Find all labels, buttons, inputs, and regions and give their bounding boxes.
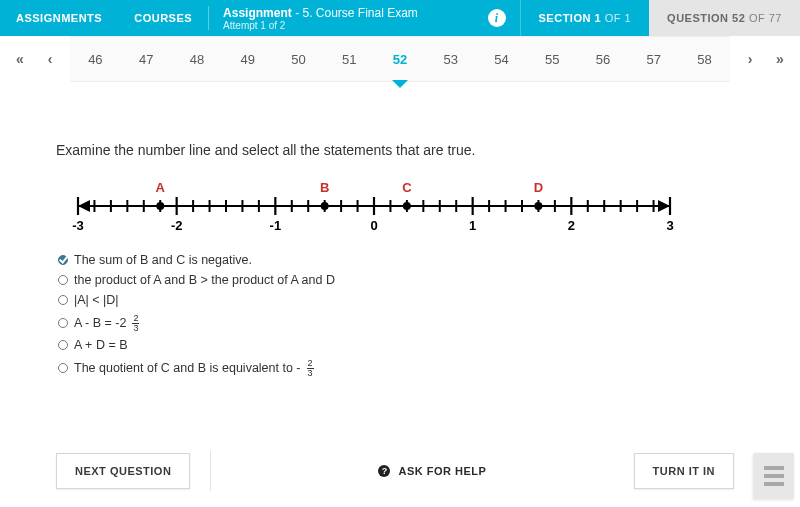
svg-point-47	[156, 202, 164, 210]
nav-courses[interactable]: COURSES	[118, 0, 208, 36]
answer-options: The sum of B and C is negative.the produ…	[58, 253, 744, 377]
answer-option-5[interactable]: A + D = B	[58, 338, 744, 352]
section-of: OF 1	[605, 12, 631, 24]
svg-text:-1: -1	[270, 218, 282, 233]
answer-option-2[interactable]: the product of A and B > the product of …	[58, 273, 744, 287]
question-number-55[interactable]: 55	[533, 52, 571, 67]
question-number-50[interactable]: 50	[279, 52, 317, 67]
svg-text:C: C	[402, 180, 412, 195]
svg-text:-3: -3	[72, 218, 84, 233]
question-number-52[interactable]: 52	[381, 52, 419, 67]
question-prompt: Examine the number line and select all t…	[56, 142, 744, 158]
radio-icon	[58, 363, 68, 373]
answer-option-text: the product of A and B > the product of …	[74, 273, 335, 287]
question-number-48[interactable]: 48	[178, 52, 216, 67]
menu-icon[interactable]	[754, 453, 794, 499]
question-number-53[interactable]: 53	[432, 52, 470, 67]
answer-option-6[interactable]: The quotient of C and B is equivalent to…	[58, 358, 744, 377]
svg-marker-1	[78, 200, 90, 212]
assignment-label: Assignment	[223, 6, 292, 20]
question-of: OF 77	[749, 12, 782, 24]
question-content: Examine the number line and select all t…	[0, 86, 800, 377]
answer-option-3[interactable]: |A| < |D|	[58, 293, 744, 307]
answer-option-text: A - B = -2	[74, 316, 126, 330]
nav-first-icon[interactable]: «	[8, 45, 32, 73]
footer-bar: NEXT QUESTION ? ASK FOR HELP TURN IT IN	[56, 451, 776, 491]
assignment-block: Assignment - 5. Course Final Exam Attemp…	[209, 0, 481, 36]
svg-point-51	[403, 202, 411, 210]
footer-divider	[210, 451, 211, 491]
question-number-57[interactable]: 57	[635, 52, 673, 67]
svg-point-53	[534, 202, 542, 210]
svg-text:B: B	[320, 180, 329, 195]
nav-next-icon[interactable]: ›	[738, 45, 762, 73]
attempt-text: Attempt 1 of 2	[223, 20, 467, 31]
fraction: 23	[307, 359, 314, 378]
question-number-58[interactable]: 58	[686, 52, 724, 67]
question-number-47[interactable]: 47	[127, 52, 165, 67]
current-question-caret-icon	[392, 80, 408, 88]
checkmark-icon	[58, 255, 68, 265]
radio-icon	[58, 340, 68, 350]
svg-point-49	[321, 202, 329, 210]
svg-marker-2	[658, 200, 670, 212]
turn-it-in-button[interactable]: TURN IT IN	[634, 453, 734, 489]
svg-text:0: 0	[370, 218, 377, 233]
info-icon[interactable]: i	[488, 9, 506, 27]
answer-option-text: |A| < |D|	[74, 293, 119, 307]
radio-icon	[58, 318, 68, 328]
radio-icon	[58, 275, 68, 285]
next-question-button[interactable]: NEXT QUESTION	[56, 453, 190, 489]
question-number-56[interactable]: 56	[584, 52, 622, 67]
number-line: -3-2-10123ABCD	[64, 176, 684, 239]
question-number-strip: 46474849505152535455565758	[70, 36, 730, 82]
svg-text:1: 1	[469, 218, 476, 233]
section-num: SECTION 1	[539, 12, 602, 24]
top-bar: ASSIGNMENTS COURSES Assignment - 5. Cour…	[0, 0, 800, 36]
fraction: 23	[132, 314, 139, 333]
help-icon: ?	[378, 465, 390, 477]
assignment-name: - 5. Course Final Exam	[295, 6, 418, 20]
question-indicator: QUESTION 52 OF 77	[649, 0, 800, 36]
svg-text:-2: -2	[171, 218, 183, 233]
svg-text:2: 2	[568, 218, 575, 233]
nav-prev-icon[interactable]: ‹	[38, 45, 62, 73]
nav-assignments[interactable]: ASSIGNMENTS	[0, 0, 118, 36]
answer-option-text: A + D = B	[74, 338, 128, 352]
ask-for-help-button[interactable]: ASK FOR HELP	[398, 465, 486, 477]
nav-last-icon[interactable]: »	[768, 45, 792, 73]
question-number-51[interactable]: 51	[330, 52, 368, 67]
answer-option-text: The quotient of C and B is equivalent to…	[74, 361, 301, 375]
answer-option-text: The sum of B and C is negative.	[74, 253, 252, 267]
radio-icon	[58, 295, 68, 305]
answer-option-1[interactable]: The sum of B and C is negative.	[58, 253, 744, 267]
question-number-46[interactable]: 46	[76, 52, 114, 67]
question-num: QUESTION 52	[667, 12, 745, 24]
question-number-54[interactable]: 54	[483, 52, 521, 67]
question-nav: « ‹ 46474849505152535455565758 › »	[0, 36, 800, 86]
answer-option-4[interactable]: A - B = -223	[58, 313, 744, 332]
svg-text:D: D	[534, 180, 543, 195]
svg-text:A: A	[156, 180, 166, 195]
section-indicator: SECTION 1 OF 1	[520, 0, 650, 36]
svg-text:3: 3	[666, 218, 673, 233]
question-number-49[interactable]: 49	[229, 52, 267, 67]
